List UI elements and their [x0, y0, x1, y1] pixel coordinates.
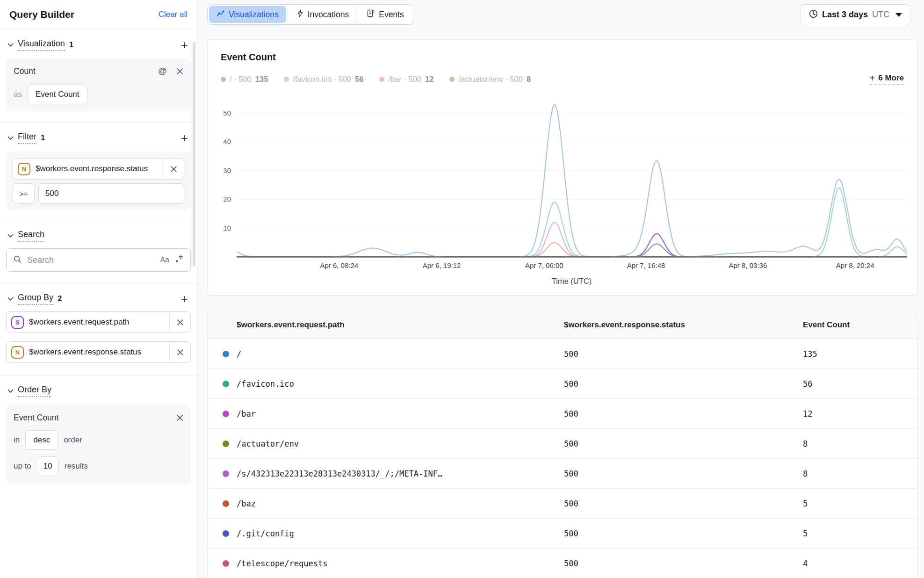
alias-value-field[interactable]: Event Count	[28, 85, 87, 104]
operator-select[interactable]: >=	[13, 183, 35, 204]
series-color-dot	[223, 351, 229, 357]
legend-label: /favicon.ico · 500	[293, 75, 351, 84]
alias-icon[interactable]: @	[158, 66, 167, 76]
legend-item[interactable]: / · 500 135	[221, 75, 268, 84]
column-header-path[interactable]: $workers.event.request.path	[208, 320, 564, 330]
tab-visualizations[interactable]: Visualizations	[208, 5, 288, 24]
legend-item[interactable]: /favicon.ico · 500 56	[284, 75, 363, 84]
table-row[interactable]: /telescope/requests 500 4	[208, 549, 917, 578]
legend-count: 8	[527, 75, 531, 84]
add-visualization-button[interactable]: +	[178, 40, 191, 50]
search-label[interactable]: Search	[18, 230, 44, 242]
chevron-down-icon[interactable]	[7, 43, 14, 47]
request-path-cell: /actuator/env	[237, 439, 308, 448]
legend-more-button[interactable]: + 6 More	[870, 73, 904, 85]
event-count-cell: 56	[803, 379, 917, 389]
group-by-field-select[interactable]: N $workers.event.response.status	[6, 341, 191, 363]
svg-text:40: 40	[223, 137, 231, 145]
table-body: / 500 135 /favicon.ico 500 56 /bar 500 1…	[208, 339, 917, 578]
chevron-down-icon[interactable]	[7, 389, 14, 393]
legend-item[interactable]: /bar · 500 12	[379, 75, 433, 84]
table-row[interactable]: /.git/config 500 5	[208, 519, 917, 549]
chevron-down-icon[interactable]	[7, 234, 14, 238]
tab-events[interactable]: Events	[358, 5, 413, 24]
table-row[interactable]: /actuator/env 500 8	[208, 429, 917, 459]
group-by-count: 2	[58, 294, 62, 303]
tab-label: Visualizations	[229, 10, 279, 20]
chart-title: Event Count	[221, 52, 276, 63]
visualization-label[interactable]: Visualization	[18, 39, 65, 51]
add-filter-button[interactable]: +	[178, 133, 191, 143]
order-by-card: Event Count in desc order up to 10 resul…	[6, 405, 191, 484]
order-by-section: Order By Event Count in desc order up to…	[0, 376, 197, 495]
series-color-dot	[223, 560, 229, 567]
event-count-cell: 135	[803, 349, 917, 359]
order-by-field[interactable]: Event Count	[14, 413, 58, 423]
direction-select[interactable]: desc	[25, 430, 58, 450]
request-path-cell: /baz	[237, 499, 265, 508]
clock-icon	[809, 9, 818, 20]
query-builder-panel: Query Builder Clear all Visualization 1 …	[0, 0, 197, 578]
event-log-icon	[367, 9, 375, 20]
order-by-label[interactable]: Order By	[18, 385, 51, 397]
sidebar-scrollbar[interactable]	[193, 42, 195, 267]
table-row[interactable]: / 500 135	[208, 339, 917, 369]
svg-text:Apr 8, 03:36: Apr 8, 03:36	[729, 261, 767, 269]
svg-text:Apr 8, 20:24: Apr 8, 20:24	[836, 261, 874, 269]
chart-legend: / · 500 135 /favicon.ico · 500 56 /bar ·…	[221, 73, 904, 85]
time-range-select[interactable]: Last 3 days UTC	[801, 4, 910, 25]
case-sensitive-icon[interactable]: Aa	[160, 256, 169, 264]
filter-label[interactable]: Filter	[18, 132, 36, 144]
search-input[interactable]: Search Aa	[6, 248, 191, 272]
series-color-dot	[223, 381, 229, 387]
line-chart-icon	[217, 10, 224, 20]
filter-value-input[interactable]: 500	[38, 183, 184, 204]
aggregation-label[interactable]: Count	[14, 66, 36, 76]
event-count-chart-card: Event Count / · 500 135 /favicon.ico · 5…	[207, 39, 917, 296]
legend-item[interactable]: /actuator/env · 500 8	[449, 75, 531, 84]
table-row[interactable]: /favicon.ico 500 56	[208, 369, 917, 399]
column-header-status[interactable]: $workers.event.response.status	[564, 320, 803, 330]
legend-label: / · 500	[230, 75, 252, 84]
request-path-cell: /telescope/requests	[237, 559, 337, 568]
group-by-field-select[interactable]: S $workers.event.request.path	[6, 311, 191, 333]
group-by-label[interactable]: Group By	[18, 293, 53, 305]
response-status-cell: 500	[564, 409, 803, 419]
limit-input[interactable]: 10	[37, 456, 59, 476]
response-status-cell: 500	[564, 499, 803, 508]
table-row[interactable]: /baz 500 5	[208, 489, 917, 519]
regex-icon[interactable]	[174, 254, 184, 266]
search-section: Search Search Aa	[0, 221, 197, 283]
svg-text:20: 20	[223, 195, 231, 203]
remove-filter-button[interactable]	[163, 159, 184, 179]
tab-invocations[interactable]: Invocations	[288, 5, 358, 24]
filter-card: N $workers.event.response.status >= 500	[6, 152, 191, 210]
remove-group-by-button[interactable]	[169, 312, 190, 332]
request-path-cell: /favicon.ico	[237, 379, 303, 389]
request-path-cell: /s/432313e22313e28313e2430313/_/;/META-I…	[237, 469, 452, 478]
visualization-section: Visualization 1 + Count @ as Event Count	[0, 29, 197, 123]
clear-all-button[interactable]: Clear all	[159, 10, 188, 19]
svg-text:30: 30	[223, 166, 231, 174]
visualization-count: 1	[69, 40, 73, 50]
remove-visualization-button[interactable]	[176, 68, 183, 75]
chevron-down-icon[interactable]	[7, 136, 14, 140]
remove-group-by-button[interactable]	[169, 342, 190, 362]
response-status-cell: 500	[564, 529, 803, 538]
legend-count: 135	[255, 75, 268, 84]
event-count-cell: 5	[803, 499, 917, 508]
filter-section: Filter 1 + N $workers.event.response.sta…	[0, 123, 197, 221]
event-count-line-chart[interactable]: 1020304050Apr 6, 08:24Apr 6, 19:12Apr 7,…	[208, 96, 918, 292]
chevron-down-icon[interactable]	[7, 297, 14, 301]
as-label: as	[14, 90, 22, 99]
table-row[interactable]: /s/432313e22313e28313e2430313/_/;/META-I…	[208, 459, 917, 489]
request-path-cell: /	[237, 349, 251, 359]
svg-text:Time (UTC): Time (UTC)	[552, 277, 592, 285]
filter-field-select[interactable]: N $workers.event.response.status	[13, 158, 184, 180]
search-placeholder: Search	[27, 255, 155, 265]
table-header-row: $workers.event.request.path $workers.eve…	[208, 311, 917, 339]
table-row[interactable]: /bar 500 12	[208, 399, 917, 429]
add-group-by-button[interactable]: +	[178, 294, 191, 303]
column-header-count[interactable]: Event Count	[803, 320, 917, 330]
remove-order-by-button[interactable]	[176, 414, 183, 421]
